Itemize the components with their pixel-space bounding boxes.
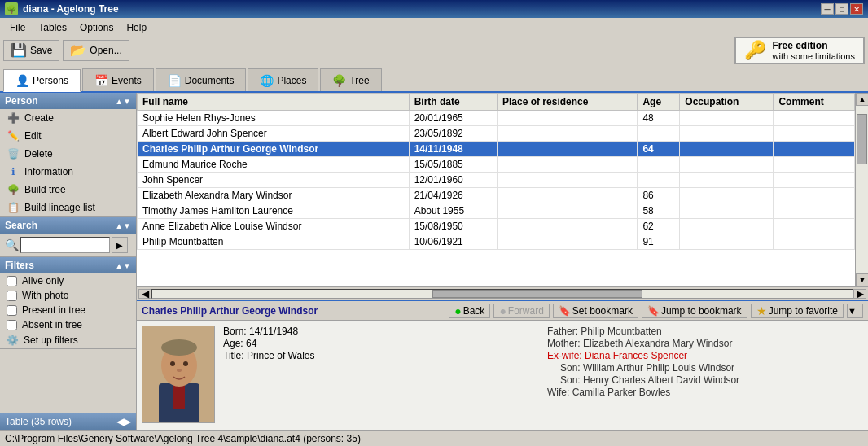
h-scroll-thumb[interactable] <box>432 290 642 298</box>
scroll-up-button[interactable]: ▲ <box>856 93 868 106</box>
table-row[interactable]: Sophie Helen Rhys-Jones20/01/196548 <box>138 111 855 126</box>
scroll-track[interactable] <box>856 106 868 273</box>
sidebar-item-delete[interactable]: 🗑️ Delete <box>0 145 136 163</box>
tab-tree[interactable]: 🌳 Tree <box>320 68 381 91</box>
person-section: Person ▲▼ ➕ Create ✏️ Edit 🗑️ Delete ℹ I… <box>0 93 136 217</box>
search-go-button[interactable]: ▶ <box>112 237 128 253</box>
cell-5 <box>774 219 855 234</box>
cell-2 <box>498 111 638 126</box>
jump-bookmark-button[interactable]: 🔖 Jump to bookmark <box>642 304 747 318</box>
free-edition-line2: with some limitations <box>773 51 855 61</box>
table-row[interactable]: Edmund Maurice Roche15/05/1885 <box>138 157 855 173</box>
tab-persons[interactable]: 👤 Persons <box>3 69 81 92</box>
cell-0: Anne Elizabeth Alice Louise Windsor <box>138 219 410 234</box>
cell-2 <box>498 234 638 250</box>
table-row[interactable]: Philip Mountbatten10/06/192191 <box>138 234 855 250</box>
col-birthdate[interactable]: Birth date <box>409 94 497 111</box>
svg-point-7 <box>177 369 182 372</box>
table-scroll-wrap: Full name Birth date Place of residence … <box>137 93 868 286</box>
sidebar-item-build-lineage[interactable]: 📋 Build lineage list <box>0 199 136 216</box>
menu-tables[interactable]: Tables <box>32 20 73 35</box>
detail-son1: Son: William Arthur Philip Louis Windsor <box>547 362 863 374</box>
cell-1: About 1955 <box>409 203 497 219</box>
sidebar-item-setup-filters[interactable]: ⚙️ Set up filters <box>0 332 136 348</box>
set-bookmark-button[interactable]: 🔖 Set bookmark <box>553 304 638 318</box>
horizontal-scrollbar[interactable]: ◀ ▶ <box>137 286 868 300</box>
tab-documents[interactable]: 📄 Documents <box>156 68 247 91</box>
save-button[interactable]: 💾 Save <box>3 40 59 61</box>
sidebar-item-build-tree[interactable]: 🌳 Build tree <box>0 181 136 199</box>
filter-present-tree: Present in tree <box>0 303 136 317</box>
filter-absent-checkbox[interactable] <box>7 320 17 330</box>
open-button[interactable]: 📂 Open... <box>63 40 129 61</box>
col-comment[interactable]: Comment <box>774 94 855 111</box>
places-icon: 🌐 <box>260 74 274 87</box>
maximize-button[interactable]: □ <box>835 3 848 15</box>
h-scroll-track[interactable] <box>151 289 853 299</box>
detail-panel: Charles Philip Arthur George Windsor ● B… <box>137 300 868 430</box>
filters-collapse-arrows[interactable]: ▲▼ <box>115 261 131 270</box>
filter-photo-checkbox[interactable] <box>7 291 17 301</box>
detail-more-button[interactable]: ▼ <box>847 304 863 318</box>
detail-exwife: Ex-wife: Diana Frances Spencer <box>547 350 863 361</box>
sidebar-item-create[interactable]: ➕ Create <box>0 109 136 127</box>
left-panel: Person ▲▼ ➕ Create ✏️ Edit 🗑️ Delete ℹ I… <box>0 93 137 430</box>
person-section-header: Person ▲▼ <box>0 93 136 109</box>
menu-file[interactable]: File <box>3 20 32 35</box>
scroll-thumb[interactable] <box>857 114 867 164</box>
close-button[interactable]: ✕ <box>850 3 863 15</box>
cell-3: 91 <box>638 234 680 250</box>
filters-section-header: Filters ▲▼ <box>0 257 136 273</box>
col-age[interactable]: Age <box>638 94 680 111</box>
table-row[interactable]: John Spencer12/01/1960 <box>138 173 855 188</box>
table-row[interactable]: Charles Philip Arthur George Windsor14/1… <box>138 142 855 157</box>
persons-icon: 👤 <box>15 74 29 87</box>
filter-alive-checkbox[interactable] <box>7 276 17 286</box>
table-row[interactable]: Albert Edward John Spencer23/05/1892 <box>138 126 855 142</box>
svg-point-5 <box>170 361 175 366</box>
search-collapse-arrows[interactable]: ▲▼ <box>115 221 131 230</box>
h-scroll-left[interactable]: ◀ <box>138 289 151 299</box>
search-input[interactable] <box>20 237 110 253</box>
cell-3: 64 <box>638 142 680 157</box>
cell-1: 15/05/1885 <box>409 157 497 173</box>
tab-places[interactable]: 🌐 Places <box>248 68 318 91</box>
cell-1: 14/11/1948 <box>409 142 497 157</box>
vertical-scrollbar[interactable]: ▲ ▼ <box>855 93 868 286</box>
col-occupation[interactable]: Occupation <box>680 94 774 111</box>
col-residence[interactable]: Place of residence <box>498 94 638 111</box>
table-row[interactable]: Timothy James Hamilton LaurenceAbout 195… <box>138 203 855 219</box>
cell-0: Sophie Helen Rhys-Jones <box>138 111 410 126</box>
tab-events[interactable]: 📅 Events <box>82 68 154 91</box>
scroll-down-button[interactable]: ▼ <box>856 273 868 286</box>
table-row[interactable]: Anne Elizabeth Alice Louise Windsor15/08… <box>138 219 855 234</box>
panel-collapse-arrows[interactable]: ▲▼ <box>115 97 131 106</box>
menu-options[interactable]: Options <box>73 20 120 35</box>
table-row[interactable]: Elizabeth Alexandra Mary Windsor21/04/19… <box>138 188 855 203</box>
status-path: C:\Program Files\Genery Software\Agelong… <box>5 433 361 444</box>
cell-5 <box>774 126 855 142</box>
information-icon: ℹ <box>7 165 20 178</box>
sidebar-item-edit[interactable]: ✏️ Edit <box>0 127 136 145</box>
cell-4 <box>680 219 774 234</box>
left-panel-spacer <box>0 349 136 413</box>
lineage-icon: 📋 <box>7 201 20 214</box>
window-title: diana - Agelong Tree <box>23 3 119 15</box>
col-fullname[interactable]: Full name <box>138 94 410 111</box>
detail-wife: Wife: Camilla Parker Bowles <box>547 387 863 398</box>
menu-help[interactable]: Help <box>120 20 153 35</box>
filter-present-checkbox[interactable] <box>7 305 17 316</box>
minimize-button[interactable]: ─ <box>821 3 834 15</box>
detail-born: Born: 14/11/1948 <box>223 326 539 337</box>
cell-4 <box>680 142 774 157</box>
forward-button[interactable]: ● Forward <box>493 304 549 318</box>
h-scroll-right[interactable]: ▶ <box>853 289 866 299</box>
setup-filters-icon: ⚙️ <box>7 334 19 346</box>
cell-2 <box>498 219 638 234</box>
sidebar-item-information[interactable]: ℹ Information <box>0 163 136 181</box>
documents-icon: 📄 <box>168 74 182 87</box>
jump-favorite-button[interactable]: ★ Jump to favorite <box>751 304 844 318</box>
svg-point-4 <box>161 339 197 356</box>
back-button[interactable]: ● Back <box>449 304 490 318</box>
cell-3: 48 <box>638 111 680 126</box>
